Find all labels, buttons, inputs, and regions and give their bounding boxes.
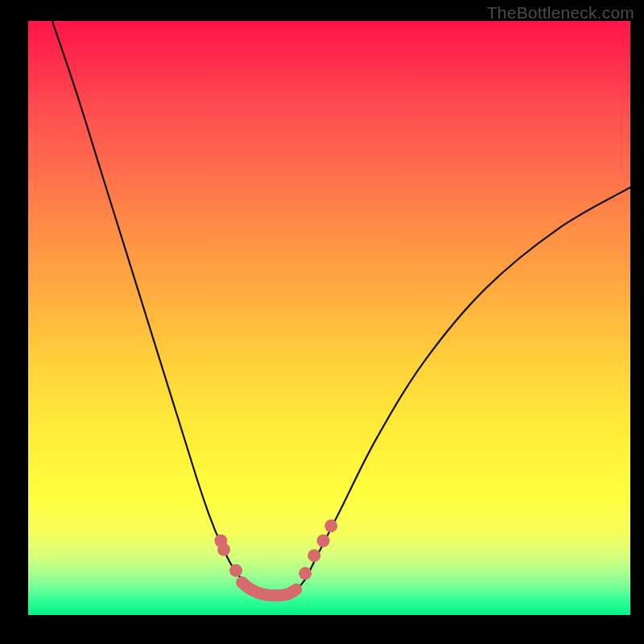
svg-point-6 [324,519,337,532]
curves-svg [28,21,630,615]
valley-highlight [242,582,296,595]
plot-area [28,21,630,615]
svg-point-1 [217,543,230,556]
svg-point-4 [308,549,320,562]
right-curve [296,188,630,590]
svg-point-3 [299,567,312,580]
svg-point-2 [229,564,242,577]
left-curve [52,21,251,589]
watermark-text: TheBottleneck.com [487,3,634,23]
svg-point-5 [317,535,330,547]
chart-frame: TheBottleneck.com [0,0,644,644]
right-dots [299,519,337,580]
left-dots [214,535,242,577]
